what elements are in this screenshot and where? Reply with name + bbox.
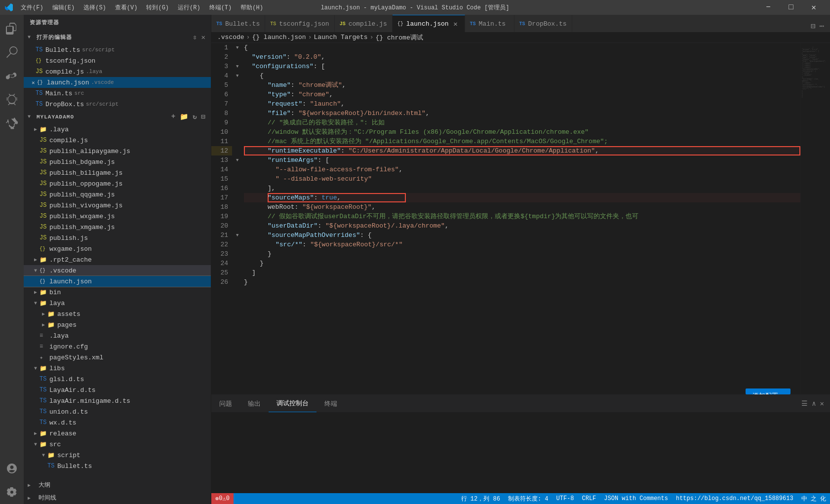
new-file-icon[interactable]: + [170, 112, 177, 122]
status-spaces[interactable]: 制表符长度: 4 [504, 493, 553, 504]
folder-pages[interactable]: ▶ 📁 pages [24, 319, 211, 330]
folder-chevron[interactable]: ▼ [32, 366, 40, 371]
fold-13[interactable]: ▼ [236, 155, 244, 165]
new-folder-icon[interactable]: 📁 [179, 112, 190, 122]
code-content[interactable]: { "version": "0.2.0", "configurations": … [244, 43, 800, 394]
file-union[interactable]: TS union.d.ts [24, 406, 211, 417]
tab-dropbox[interactable]: TS DropBox.ts [514, 15, 572, 32]
folder-libs[interactable]: ▼ 📁 libs [24, 363, 211, 374]
file-publish-alipay[interactable]: JS publish_alipaygame.js [24, 146, 211, 156]
menu-edit[interactable]: 编辑(E) [48, 2, 79, 13]
file-bullet[interactable]: TS Bullet.ts [24, 461, 211, 471]
status-language[interactable]: JSON with Comments [600, 493, 672, 504]
folder-chevron[interactable]: ▼ [32, 442, 40, 447]
tab-launch[interactable]: {} launch.json ✕ [393, 15, 465, 32]
minimize-button[interactable]: − [757, 0, 780, 15]
file-wx[interactable]: TS wx.d.ts [24, 417, 211, 428]
tab-main[interactable]: TS Main.ts [465, 15, 514, 32]
folder-release[interactable]: ▶ 📁 release [24, 428, 211, 439]
close-all-icon[interactable]: ✕ [200, 32, 207, 42]
maximize-button[interactable]: □ [780, 0, 802, 15]
timeline-section[interactable]: ▶ 时间线 [24, 491, 211, 504]
folder-chevron[interactable]: ▶ [32, 430, 40, 436]
menu-help[interactable]: 帮助(H) [237, 2, 267, 13]
open-file-launch[interactable]: ✕ {} launch.json .vscode [24, 77, 211, 88]
folder-chevron[interactable]: ▶ [32, 289, 40, 295]
split-editor-icon[interactable]: ⊟ [809, 20, 818, 32]
collapse-icon[interactable]: ⊟ [200, 112, 207, 122]
activity-settings[interactable] [0, 480, 24, 504]
open-editors-header[interactable]: ▼ 打开的编辑器 ⇳ ✕ [24, 30, 211, 44]
file-publish-oppo[interactable]: JS publish_oppogame.js [24, 178, 211, 189]
folder-chevron[interactable]: ▼ [32, 268, 40, 273]
menu-run[interactable]: 运行(R) [174, 2, 204, 13]
file-publish-bili[interactable]: JS publish_biligame.js [24, 167, 211, 178]
activity-explorer[interactable] [0, 17, 24, 40]
file-publish[interactable]: JS publish.js [24, 233, 211, 243]
open-file-tsconfig[interactable]: {} tsconfig.json [24, 55, 211, 66]
folder-chevron[interactable]: ▼ [32, 301, 40, 306]
fold-21[interactable]: ▼ [236, 231, 244, 240]
folder-bin[interactable]: ▶ 📁 bin [24, 287, 211, 298]
breadcrumb-targets[interactable]: Launch Targets [314, 34, 367, 41]
status-encoding[interactable]: UTF-8 [553, 493, 578, 504]
status-errors[interactable]: ⊗ 0 ⚠ 0 [211, 493, 234, 504]
file-pagestylesxml[interactable]: ✦ pageStyles.xml [24, 352, 211, 363]
activity-extensions[interactable] [0, 112, 24, 135]
refresh-icon[interactable]: ↻ [192, 112, 198, 122]
open-file-dropbox[interactable]: TS DropBox.ts src/script [24, 99, 211, 110]
outline-chevron[interactable]: ▶ [28, 482, 34, 488]
file-compile[interactable]: JS compile.js [24, 135, 211, 146]
breadcrumb-chrome[interactable]: {} chrome调试 [375, 33, 423, 42]
file-publish-bd[interactable]: JS publish_bdgame.js [24, 156, 211, 167]
status-link[interactable]: https://blog.csdn.net/qq_15889613 [672, 493, 797, 504]
fold-1[interactable]: ▼ [236, 43, 244, 52]
folder-src[interactable]: ▼ 📁 src [24, 439, 211, 450]
activity-debug[interactable] [0, 88, 24, 112]
folder-assets[interactable]: ▶ 📁 assets [24, 309, 211, 319]
workspace-header[interactable]: ▼ MYLAYADAMO + 📁 ↻ ⊟ [24, 110, 211, 124]
fold-4[interactable]: ▼ [236, 71, 244, 80]
panel-tab-problems[interactable]: 问题 [211, 395, 240, 412]
open-file-bullet[interactable]: TS Bullet.ts src/script [24, 44, 211, 55]
menu-file[interactable]: 文件(F) [17, 2, 47, 13]
panel-close-icon[interactable]: ✕ [820, 399, 824, 408]
activity-git[interactable] [0, 64, 24, 88]
folder-chevron[interactable]: ▶ [32, 126, 40, 132]
window-controls[interactable]: − □ ✕ [757, 0, 825, 15]
file-wxgame-json[interactable]: {} wxgame.json [24, 243, 211, 254]
close-button[interactable]: ✕ [802, 0, 825, 15]
open-editors-chevron[interactable]: ▼ [28, 35, 34, 40]
folder-vscode[interactable]: ▼ {} .vscode [24, 265, 211, 276]
close-icon[interactable]: ✕ [32, 79, 35, 86]
file-glsl[interactable]: TS glsl.d.ts [24, 374, 211, 385]
file-laya[interactable]: ≡ .laya [24, 330, 211, 341]
tab-compile[interactable]: JS compile.js [335, 15, 393, 32]
menu-select[interactable]: 选择(S) [79, 2, 110, 13]
save-all-icon[interactable]: ⇳ [192, 32, 198, 42]
fold-3[interactable]: ▼ [236, 62, 244, 71]
outline-section[interactable]: ▶ 大纲 [24, 478, 211, 491]
status-line-col[interactable]: 行 12，列 86 [457, 493, 504, 504]
menu-bar[interactable]: 文件(F) 编辑(E) 选择(S) 查看(V) 转到(G) 运行(R) 终端(T… [17, 2, 267, 13]
folder-chevron[interactable]: ▶ [32, 257, 40, 263]
file-publish-wx[interactable]: JS publish_wxgame.js [24, 211, 211, 222]
workspace-chevron[interactable]: ▼ [28, 114, 34, 119]
file-ignore[interactable]: ≡ ignore.cfg [24, 341, 211, 352]
panel-filter-icon[interactable]: ☰ [801, 399, 808, 408]
timeline-chevron[interactable]: ▶ [28, 495, 34, 501]
folder-laya[interactable]: ▶ 📁 .laya [24, 124, 211, 135]
tab-bullet[interactable]: TS Bullet.ts [211, 15, 265, 32]
add-config-button[interactable]: 添加配置... [746, 388, 790, 394]
menu-goto[interactable]: 转到(G) [142, 2, 173, 13]
tab-tsconfig[interactable]: TS tsconfig.json [265, 15, 334, 32]
panel-tab-terminal[interactable]: 终端 [316, 395, 345, 412]
file-layaair[interactable]: TS LayaAir.d.ts [24, 385, 211, 395]
menu-terminal[interactable]: 终端(T) [205, 2, 236, 13]
file-launch-active[interactable]: {} launch.json [24, 276, 211, 287]
panel-chevron-up[interactable]: ∧ [812, 399, 816, 408]
folder-chevron[interactable]: ▶ [40, 311, 47, 317]
folder-rpt2[interactable]: ▶ 📁 .rpt2_cache [24, 254, 211, 265]
status-line-ending[interactable]: CRLF [578, 493, 600, 504]
open-file-main[interactable]: TS Main.ts src [24, 88, 211, 99]
